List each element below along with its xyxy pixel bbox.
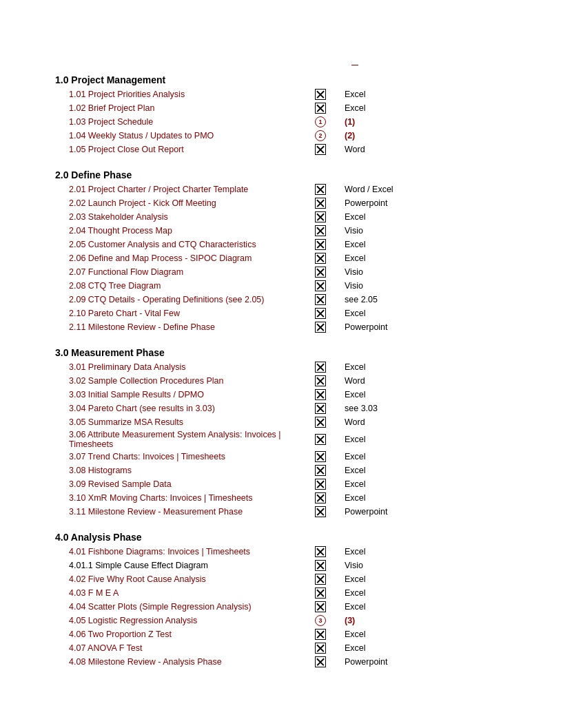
done-cell: 2 (303, 129, 338, 142)
table-row: 1.01 Project Priorities AnalysisExcel (55, 88, 522, 101)
type-cell: Excel (338, 90, 522, 99)
checkbox-checked (315, 198, 326, 209)
type-cell: Excel (338, 547, 522, 557)
section-header-s1: 1.0 Project Management (55, 74, 522, 85)
table-row: 3.06 Attribute Measurement System Analys… (55, 430, 522, 449)
type-cell: Excel (338, 212, 522, 222)
done-cell (303, 492, 338, 504)
table-row: 2.04 Thought Process MapVisio (55, 225, 522, 237)
type-cell: Visio (338, 561, 522, 570)
item-label: 3.09 Revised Sample Data (55, 479, 303, 489)
type-cell: Excel (338, 240, 522, 249)
table-row: 3.07 Trend Charts: Invoices | Timesheets… (55, 450, 522, 463)
table-row: 2.09 CTQ Details - Operating Definitions… (55, 293, 522, 306)
table-row: 1.03 Project Schedule1(1) (55, 116, 522, 128)
checkbox-checked (315, 211, 326, 222)
checkbox-checked (315, 362, 326, 373)
item-label: 2.10 Pareto Chart - Vital Few (55, 309, 303, 318)
item-label: 2.02 Launch Project - Kick Off Meeting (55, 198, 303, 208)
table-row: 4.04 Scatter Plots (Simple Regression An… (55, 601, 522, 613)
item-label: 3.06 Attribute Measurement System Analys… (55, 430, 303, 449)
done-cell (303, 450, 338, 463)
done-cell (303, 402, 338, 415)
table-row: 2.03 Stakeholder AnalysisExcel (55, 211, 522, 223)
table-row: 2.02 Launch Project - Kick Off MeetingPo… (55, 197, 522, 209)
checkbox-checked (315, 574, 326, 585)
type-cell: Excel (338, 643, 522, 653)
item-label: 3.10 XmR Moving Charts: Invoices | Times… (55, 493, 303, 503)
checkbox-circle-3: 3 (315, 615, 326, 626)
checkbox-checked (315, 492, 326, 503)
type-cell: Excel (338, 390, 522, 399)
type-cell: Word (338, 376, 522, 386)
table-row: 4.03 F M E AExcel (55, 587, 522, 599)
item-label: 2.08 CTQ Tree Diagram (55, 281, 303, 291)
item-label: 3.01 Preliminary Data Analysis (55, 362, 303, 372)
checkbox-checked (315, 308, 326, 319)
checkbox-checked (315, 629, 326, 640)
done-cell (303, 601, 338, 613)
checkbox-checked (315, 144, 326, 155)
checkbox-checked (315, 560, 326, 571)
checkbox-checked (315, 322, 326, 333)
checkbox-checked (315, 253, 326, 264)
type-cell: Powerpoint (338, 198, 522, 208)
done-cell (303, 656, 338, 668)
done-cell (303, 293, 338, 306)
done-cell (303, 361, 338, 373)
done-cell (303, 433, 338, 446)
checkbox-checked (315, 184, 326, 195)
item-label: 4.03 F M E A (55, 588, 303, 598)
table-row: 3.08 HistogramsExcel (55, 464, 522, 477)
checkbox-checked (315, 479, 326, 490)
done-cell (303, 416, 338, 428)
type-cell: Excel (338, 253, 522, 263)
checkbox-checked (315, 294, 326, 305)
done-cell (303, 375, 338, 387)
type-cell: Excel (338, 435, 522, 444)
item-label: 2.05 Customer Analysis and CTQ Character… (55, 240, 303, 249)
item-label: 1.01 Project Priorities Analysis (55, 90, 303, 99)
checkbox-checked (315, 403, 326, 414)
item-label: 4.01.1 Simple Cause Effect Diagram (55, 561, 303, 570)
type-cell: Excel (338, 493, 522, 503)
item-label: 2.11 Milestone Review - Define Phase (55, 322, 303, 332)
done-cell (303, 559, 338, 572)
table-row: 4.02 Five Why Root Cause AnalysisExcel (55, 573, 522, 585)
done-cell: 3 (303, 614, 338, 627)
done-cell (303, 102, 338, 114)
type-cell: see 2.05 (338, 295, 522, 304)
type-cell: Word / Excel (338, 185, 522, 194)
table-row: 3.02 Sample Collection Procedures PlanWo… (55, 375, 522, 387)
table-row: 4.01 Fishbone Diagrams: Invoices | Times… (55, 545, 522, 558)
table-row: 4.01.1 Simple Cause Effect DiagramVisio (55, 559, 522, 572)
done-cell (303, 642, 338, 654)
done-cell (303, 280, 338, 292)
checkbox-checked (315, 587, 326, 599)
table-row: 2.01 Project Charter / Project Charter T… (55, 183, 522, 196)
type-cell: Word (338, 145, 522, 154)
item-label: 4.02 Five Why Root Cause Analysis (55, 574, 303, 584)
section-header-s3: 3.0 Measurement Phase (55, 347, 522, 358)
type-cell: (2) (338, 131, 522, 141)
checkbox-checked (315, 546, 326, 557)
done-cell (303, 545, 338, 558)
item-label: 3.05 Summarize MSA Results (55, 417, 303, 427)
table-row: 3.03 Initial Sample Results / DPMOExcel (55, 388, 522, 401)
checkbox-checked (315, 506, 326, 517)
type-cell: (3) (338, 616, 522, 625)
table-row: 3.11 Milestone Review - Measurement Phas… (55, 506, 522, 518)
type-cell: Powerpoint (338, 507, 522, 517)
table-row: 3.10 XmR Moving Charts: Invoices | Times… (55, 492, 522, 504)
type-cell: Excel (338, 588, 522, 598)
item-label: 4.05 Logistic Regression Analysis (55, 616, 303, 625)
done-cell (303, 321, 338, 333)
item-label: 4.06 Two Proportion Z Test (55, 630, 303, 639)
checkbox-checked (315, 389, 326, 400)
done-cell (303, 506, 338, 518)
done-cell (303, 266, 338, 278)
table-row: 4.05 Logistic Regression Analysis3(3) (55, 614, 522, 627)
checkbox-checked (315, 417, 326, 428)
checkbox-checked (315, 89, 326, 100)
type-cell: Excel (338, 309, 522, 318)
